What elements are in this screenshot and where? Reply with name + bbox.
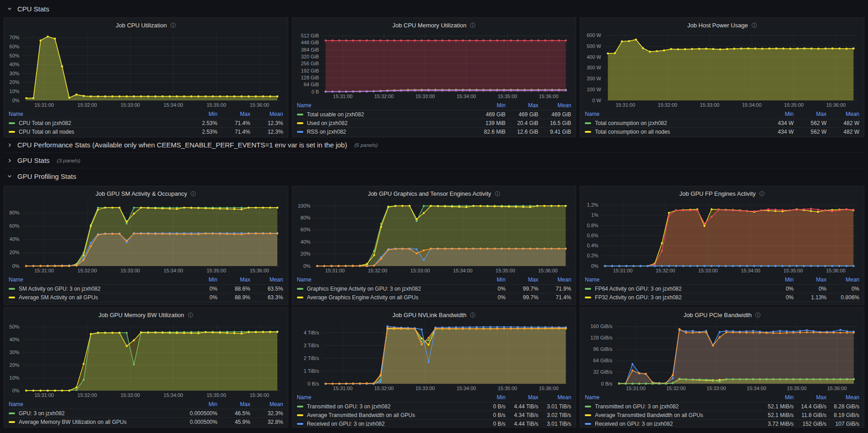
legend-row[interactable]: Average Graphics Engine Activity on all … [297, 293, 572, 302]
svg-text:100 W: 100 W [587, 87, 602, 92]
legend-row[interactable]: CPU Total on all nodes2.53%71.4%12.3% [9, 127, 283, 136]
legend-row[interactable]: Average SM Activity on all GPUs0%88.9%63… [9, 293, 283, 302]
legend-row[interactable]: Average Transmitted Bandwidth on all GPU… [297, 411, 572, 419]
legend-row[interactable]: Tensor Pipe Activity on GPU: 3 on jzxh08… [297, 302, 572, 304]
info-icon[interactable] [755, 312, 761, 318]
legend-row[interactable]: CPU Total on jzxh0822.53%71.4%12.3% [9, 119, 283, 127]
time-series-chart[interactable]: 0%10%20%30%40%50%15:31:0015:32:0015:33:0… [9, 320, 283, 399]
panel-title[interactable]: Job GPU Memory BW Utilization [99, 312, 184, 318]
legend-row[interactable]: Average Transmitted Bandwidth on all GPU… [585, 411, 859, 419]
legend-col-max[interactable]: Max [505, 102, 538, 109]
series-color-swatch [297, 288, 303, 290]
legend-col-name[interactable]: Name [297, 276, 473, 283]
legend-col-min[interactable]: Min [473, 394, 505, 401]
time-series-chart[interactable]: 0%20%40%60%80%100%15:31:0015:32:0015:33:… [297, 198, 572, 275]
legend-col-min[interactable]: Min [473, 276, 505, 283]
legend-col-max[interactable]: Max [794, 111, 826, 117]
info-icon[interactable] [494, 191, 500, 197]
legend-row[interactable]: Received on GPU: 3 on jzxh0820 B/s4.44 T… [297, 419, 572, 426]
legend-row[interactable]: SM Occupancy GPU: 3 on jzxh0820%49.5%35.… [9, 302, 283, 304]
legend-min-value: 0% [761, 294, 794, 301]
legend-row[interactable]: Used on jzxh082139 MiB20.4 GiB16.5 GiB [297, 119, 572, 127]
legend-col-min[interactable]: Min [761, 394, 794, 401]
legend-col-min[interactable]: Min [761, 276, 794, 283]
legend-row[interactable]: Average Memory BW Utilization on all GPU… [9, 417, 283, 426]
legend-col-min[interactable]: Min [761, 111, 794, 117]
legend-col-max[interactable]: Max [218, 276, 250, 283]
legend-col-max[interactable]: Max [794, 276, 826, 283]
panel-title[interactable]: Job CPU Utilization [116, 22, 167, 29]
legend-series-label: SM Occupancy GPU: 3 on jzxh082 [9, 303, 185, 304]
section-gpu-stats[interactable]: GPU Stats (3 panels) [4, 153, 864, 168]
legend-col-max[interactable]: Max [505, 276, 538, 283]
legend-col-name[interactable]: Name [9, 276, 185, 283]
panel-title[interactable]: Job GPU FP Engines Activity [679, 190, 755, 197]
legend-col-name[interactable]: Name [585, 394, 761, 401]
legend-row[interactable]: Transmitted on GPU: 3 on jzxh0820 B/s4.4… [297, 402, 572, 411]
legend-col-mean[interactable]: Mean [826, 276, 859, 283]
panel-title[interactable]: Job GPU SM Activity & Occupancy [95, 190, 187, 197]
legend-row[interactable]: RSS on jzxh08282.6 MiB12.6 GiB9.41 GiB [297, 127, 572, 136]
legend-col-mean[interactable]: Mean [826, 394, 859, 401]
legend-row[interactable]: Graphics Engine Activity on GPU: 3 on jz… [297, 284, 572, 293]
legend-col-mean[interactable]: Mean [538, 102, 571, 109]
legend-col-mean[interactable]: Mean [250, 401, 283, 407]
legend-col-mean[interactable]: Mean [538, 394, 571, 401]
info-icon[interactable] [470, 22, 476, 28]
legend-row[interactable]: SM Activity on GPU: 3 on jzxh0820%88.6%6… [9, 284, 283, 293]
legend-col-min[interactable]: Min [185, 276, 218, 283]
svg-text:15:34:00: 15:34:00 [747, 386, 766, 391]
section-gpu-profiling-stats[interactable]: GPU Profiling Stats [4, 168, 864, 184]
legend-col-name[interactable]: Name [297, 394, 473, 401]
legend-col-name[interactable]: Name [585, 111, 761, 117]
panel-title[interactable]: Job Host Power Usage [687, 22, 748, 29]
panel-title[interactable]: Job CPU Memory Utilization [392, 22, 467, 29]
legend-col-max[interactable]: Max [218, 111, 250, 117]
legend-series-label: Average SM Activity on all GPUs [9, 294, 185, 301]
time-series-chart[interactable]: 0 B64 GiB128 GiB192 GiB256 GiB320 GiB384… [297, 30, 572, 100]
svg-text:15:35:00: 15:35:00 [207, 102, 226, 108]
legend-col-max[interactable]: Max [218, 401, 250, 407]
legend-max-value: 49.5% [218, 303, 250, 304]
legend-col-max[interactable]: Max [505, 394, 538, 401]
legend-col-mean[interactable]: Mean [250, 276, 283, 283]
time-series-chart[interactable]: 0 B/s1 TiB/s2 TiB/s3 TiB/s4 TiB/s15:31:0… [297, 320, 572, 392]
legend-row[interactable]: Total consumption on jzxh082434 W562 W48… [585, 119, 859, 127]
info-icon[interactable] [187, 312, 193, 318]
legend-row[interactable]: GPU: 3 on jzxh0820.000500%46.5%32.3% [9, 409, 283, 417]
section-cpu-performance-stats[interactable]: CPU Performance Stats (Available only wh… [4, 137, 864, 153]
info-icon[interactable] [759, 191, 765, 197]
legend-row[interactable]: Total usable on jzxh082469 GiB469 GiB469… [297, 110, 572, 119]
legend-col-name[interactable]: Name [9, 111, 185, 117]
legend-col-max[interactable]: Max [794, 394, 826, 401]
info-icon[interactable] [170, 22, 176, 28]
time-series-chart[interactable]: 0%10%20%30%40%50%60%70%15:31:0015:32:001… [9, 30, 283, 109]
section-cpu-stats[interactable]: CPU Stats [4, 2, 864, 16]
legend-col-mean[interactable]: Mean [538, 276, 571, 283]
legend-col-mean[interactable]: Mean [250, 111, 283, 117]
legend-row[interactable]: FP64 Activity on GPU: 3 on jzxh0820%0%0% [585, 284, 859, 293]
legend-row[interactable]: Total consumption on all nodes434 W562 W… [585, 127, 859, 136]
panel-title[interactable]: Job GPU PCIe Bandwidth [683, 312, 752, 318]
legend-row[interactable]: FP16 Activity on GPU: 3 on jzxh0820%0%0% [585, 302, 859, 304]
info-icon[interactable] [751, 22, 757, 28]
legend-row[interactable]: Received on GPU: 3 on jzxh0823.72 MiB/s1… [585, 419, 859, 426]
time-series-chart[interactable]: 0%20%40%60%80%15:31:0015:32:0015:33:0015… [9, 198, 283, 275]
panel-title[interactable]: Job GPU Graphics and Tensor Engines Acti… [368, 190, 491, 197]
legend-col-min[interactable]: Min [185, 401, 218, 407]
info-icon[interactable] [190, 191, 196, 197]
legend-col-name[interactable]: Name [297, 102, 473, 109]
legend-col-min[interactable]: Min [185, 111, 218, 117]
legend-col-name[interactable]: Name [585, 276, 761, 283]
legend-col-name[interactable]: Name [9, 401, 185, 407]
legend-row[interactable]: FP32 Activity on GPU: 3 on jzxh0820%1.13… [585, 293, 859, 302]
time-series-chart[interactable]: 0 W100 W200 W300 W400 W500 W600 W15:31:0… [585, 30, 859, 109]
time-series-chart[interactable]: 0%0.2%0.4%0.6%0.8%1%1.2%15:31:0015:32:00… [585, 198, 859, 275]
legend-col-min[interactable]: Min [473, 102, 505, 109]
time-series-chart[interactable]: 0 B/s32 GiB/s64 GiB/s96 GiB/s128 GiB/s16… [585, 320, 859, 392]
info-icon[interactable] [470, 312, 476, 318]
legend-row[interactable]: Transmitted on GPU: 3 on jzxh08252.1 MiB… [585, 402, 859, 411]
panel-title[interactable]: Job GPU NVLink Bandwidth [392, 312, 467, 318]
legend-col-mean[interactable]: Mean [826, 111, 859, 117]
legend-min-value: 2.53% [185, 129, 218, 135]
